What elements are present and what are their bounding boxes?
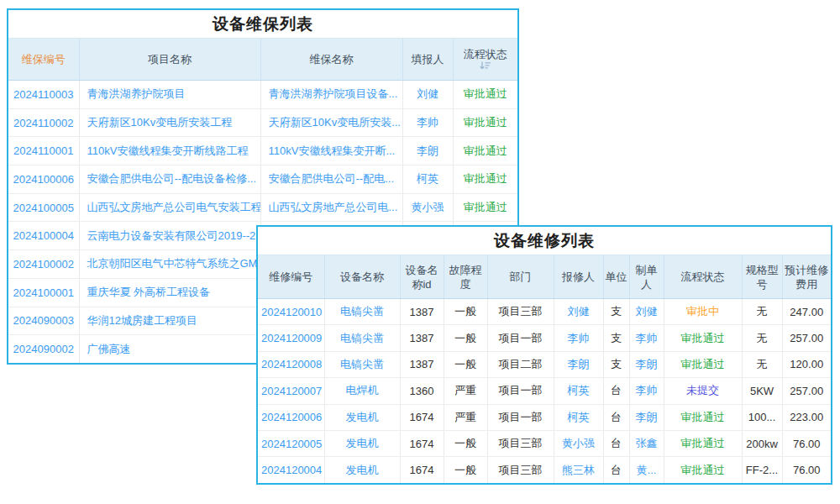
- col-header-label: 维修编号: [269, 270, 312, 283]
- cell-creator[interactable]: 张鑫: [629, 430, 664, 456]
- cell-maintenance-no[interactable]: 2024100004: [8, 222, 79, 250]
- cell-maintenance-name[interactable]: 青海洪湖养护院项目设备...: [260, 81, 402, 109]
- cell-process-status: 审批通过: [453, 165, 517, 194]
- cell-device-name[interactable]: 发电机: [324, 404, 400, 430]
- cell-project-name[interactable]: 天府新区10Kv变电所安装工程: [79, 108, 260, 137]
- cell-maintenance-no[interactable]: 2024110003: [8, 81, 79, 109]
- cell-repair-no[interactable]: 2024120007: [258, 378, 324, 404]
- cell-maintenance-name[interactable]: 山西弘文房地产总公司电...: [260, 193, 402, 222]
- cell-process-status: 审批通过: [664, 457, 742, 483]
- cell-maintenance-no[interactable]: 2024090002: [8, 335, 79, 364]
- cell-maintenance-name[interactable]: 110kV安徽线程集变开断...: [260, 137, 402, 165]
- cell-device-name[interactable]: 电焊机: [324, 378, 400, 404]
- cell-project-name[interactable]: 青海洪湖养护院项目: [79, 81, 260, 109]
- cell-device-name[interactable]: 发电机: [324, 430, 400, 456]
- cell-spec-model: FF-2...: [742, 457, 782, 483]
- sort-descending-icon[interactable]: [455, 61, 517, 72]
- col-header-label: 制单人: [636, 264, 658, 291]
- cell-maintenance-no[interactable]: 2024100002: [8, 250, 79, 279]
- col-header-maintenance-no: 维保编号: [8, 39, 79, 81]
- col-header-label: 设备名称id: [406, 264, 438, 291]
- cell-estimated-cost: 223.00: [782, 404, 831, 430]
- cell-project-name[interactable]: 广佛高速: [79, 335, 260, 364]
- cell-project-name[interactable]: 云南电力设备安装有限公司2019--2...: [79, 222, 260, 250]
- cell-device-id: 1387: [400, 351, 444, 377]
- cell-repair-no[interactable]: 2024120006: [258, 404, 324, 430]
- col-header-process-status: 流程状态: [664, 255, 742, 299]
- cell-department: 项目一部: [487, 325, 554, 351]
- cell-repair-reporter[interactable]: 柯英: [554, 378, 603, 404]
- cell-maintenance-no[interactable]: 2024110002: [8, 108, 79, 137]
- cell-unit: 台: [603, 430, 629, 456]
- cell-maintenance-no[interactable]: 2024100001: [8, 278, 79, 307]
- cell-repair-no[interactable]: 2024120005: [258, 430, 324, 456]
- col-header-label: 维保编号: [22, 53, 66, 66]
- cell-department: 项目三部: [487, 430, 554, 456]
- cell-maintenance-name[interactable]: 安徽合肥供电公司--配电...: [260, 165, 402, 194]
- cell-maintenance-no[interactable]: 2024110001: [8, 137, 79, 165]
- col-header-unit: 单位: [603, 255, 629, 299]
- cell-department: 项目二部: [487, 351, 554, 377]
- cell-repair-no[interactable]: 2024120008: [258, 351, 324, 377]
- cell-reporter[interactable]: 黄小强: [402, 193, 453, 222]
- cell-repair-reporter[interactable]: 柯英: [554, 404, 603, 430]
- cell-repair-reporter[interactable]: 熊三林: [554, 457, 603, 483]
- cell-repair-no[interactable]: 2024120004: [258, 457, 324, 483]
- cell-repair-reporter[interactable]: 李帅: [554, 325, 603, 351]
- cell-fault-level: 一般: [444, 351, 487, 377]
- cell-fault-level: 一般: [444, 430, 487, 456]
- cell-maintenance-name[interactable]: 天府新区10Kv变电所安装...: [260, 108, 402, 137]
- cell-reporter[interactable]: 刘健: [402, 81, 453, 109]
- col-header-label: 设备名称: [340, 270, 384, 283]
- cell-maintenance-no[interactable]: 2024100006: [8, 165, 79, 194]
- cell-creator[interactable]: 李朗: [629, 351, 664, 377]
- col-header-process-status[interactable]: 流程状态: [453, 39, 517, 81]
- col-header-repair-reporter: 报修人: [554, 255, 603, 299]
- cell-device-name[interactable]: 发电机: [324, 457, 400, 483]
- cell-repair-no[interactable]: 2024120010: [258, 299, 324, 325]
- cell-project-name[interactable]: 110kV安徽线程集变开断线路工程: [79, 137, 260, 165]
- col-header-department: 部门: [487, 255, 554, 299]
- table-row: 2024110003青海洪湖养护院项目青海洪湖养护院项目设备...刘健审批通过: [8, 81, 517, 109]
- cell-fault-level: 严重: [444, 404, 487, 430]
- cell-estimated-cost: 120.00: [782, 351, 831, 377]
- cell-creator[interactable]: 黄...: [629, 457, 664, 483]
- cell-process-status: 未提交: [664, 378, 742, 404]
- cell-project-name[interactable]: 重庆华夏 外高桥工程设备: [79, 278, 260, 307]
- table-row: 2024120009电镐尖凿1387一般项目一部李帅支李帅审批通过无257.00: [258, 325, 831, 351]
- cell-device-name[interactable]: 电镐尖凿: [324, 299, 400, 325]
- col-header-project-name: 项目名称: [79, 39, 260, 81]
- cell-maintenance-no[interactable]: 2024100005: [8, 193, 79, 222]
- cell-process-status: 审批通过: [453, 193, 517, 222]
- cell-creator[interactable]: 李帅: [629, 378, 664, 404]
- cell-repair-reporter[interactable]: 刘健: [554, 299, 603, 325]
- cell-reporter[interactable]: 李帅: [402, 108, 453, 137]
- cell-repair-reporter[interactable]: 黄小强: [554, 430, 603, 456]
- cell-device-name[interactable]: 电镐尖凿: [324, 351, 400, 377]
- cell-reporter[interactable]: 柯英: [402, 165, 453, 194]
- cell-spec-model: 无: [742, 351, 782, 377]
- cell-creator[interactable]: 李朗: [629, 404, 664, 430]
- col-header-label: 规格型号: [746, 264, 779, 291]
- cell-department: 项目三部: [487, 457, 554, 483]
- repair-table: 维修编号设备名称设备名称id故障程度部门报修人单位制单人流程状态规格型号预计维修…: [258, 255, 831, 483]
- table-row: 2024100006安徽合肥供电公司--配电设备检修...安徽合肥供电公司--配…: [8, 165, 517, 194]
- cell-creator[interactable]: 刘健: [629, 299, 664, 325]
- cell-repair-no[interactable]: 2024120009: [258, 325, 324, 351]
- cell-reporter[interactable]: 李朗: [402, 137, 453, 165]
- table-row: 2024120006发电机1674严重项目一部柯英台李朗审批通过100...22…: [258, 404, 831, 430]
- col-header-device-name: 设备名称: [324, 255, 400, 299]
- cell-device-name[interactable]: 电镐尖凿: [324, 325, 400, 351]
- cell-project-name[interactable]: 安徽合肥供电公司--配电设备检修...: [79, 165, 260, 194]
- cell-project-name[interactable]: 山西弘文房地产总公司电气安装工程: [79, 193, 260, 222]
- col-header-creator: 制单人: [629, 255, 664, 299]
- table-row: 2024120007电焊机1360严重项目一部柯英台李帅未提交5KW257.00: [258, 378, 831, 404]
- cell-project-name[interactable]: 华润12城房建工程项目: [79, 307, 260, 335]
- cell-creator[interactable]: 李帅: [629, 325, 664, 351]
- col-header-label: 部门: [510, 270, 532, 283]
- cell-estimated-cost: 257.00: [782, 378, 831, 404]
- cell-spec-model: 100...: [742, 404, 782, 430]
- cell-repair-reporter[interactable]: 李朗: [554, 351, 603, 377]
- cell-maintenance-no[interactable]: 2024090003: [8, 307, 79, 335]
- cell-project-name[interactable]: 北京朝阳区电气中芯特气系统之GM...: [79, 250, 260, 279]
